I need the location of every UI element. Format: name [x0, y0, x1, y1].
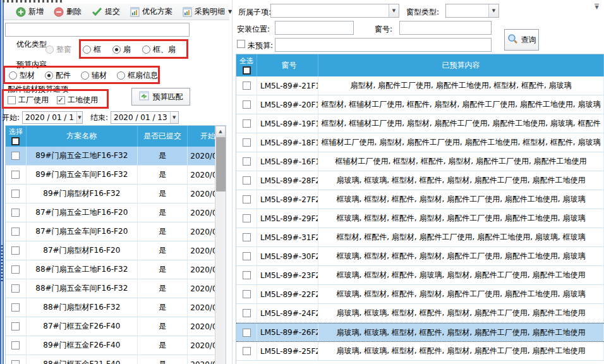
chevron-down-icon[interactable]: ▼ [76, 112, 82, 123]
checkbox-icon[interactable] [8, 96, 16, 104]
row-checkbox[interactable] [243, 119, 251, 128]
budgeted-content-column-header[interactable]: 已预算内容 [318, 54, 604, 76]
optimize-plan-button[interactable]: 优化方案 [126, 4, 176, 19]
row-checkbox[interactable] [243, 252, 251, 260]
window-budget-row[interactable]: LM5L-89#-27F25框玻璃, 框型材, 框配件, 扇型材, 扇配件工厂使… [236, 190, 604, 209]
row-checkbox[interactable] [243, 176, 251, 185]
window-budget-row[interactable]: LM5L-89#-21F19扇型材, 扇配件工厂使用, 扇配件工地使用, 框型材… [236, 76, 604, 95]
row-checkbox[interactable] [11, 284, 20, 293]
window-budget-row[interactable]: LM5L-89#-19F17框型材, 框辅材工厂使用, 扇型材, 扇配件工厂使用… [236, 114, 604, 133]
window-budget-row[interactable]: LM5L-89#-16F15框辅材工厂使用, 框型材, 框配件, 扇型材, 扇配… [236, 152, 604, 171]
row-checkbox[interactable] [243, 329, 251, 337]
row-checkbox[interactable] [11, 303, 20, 312]
radio-icon[interactable] [112, 46, 121, 54]
plan-table-row[interactable]: 88#门框五金F21-F40是2020/0 [6, 355, 226, 364]
row-checkbox[interactable] [11, 265, 20, 274]
chevron-down-icon[interactable]: ▼ [389, 4, 399, 17]
window-budget-row[interactable]: LM5L-89#-31F29框型材, 框配件, 扇型材, 扇配件工厂使用, 扇配… [236, 228, 604, 247]
row-checkbox[interactable] [243, 138, 251, 147]
budget-content-option[interactable]: 型材 [9, 70, 35, 81]
plan-table-row[interactable]: 88#门扇型材F16-F32是2020/0 [6, 298, 226, 317]
row-checkbox[interactable] [11, 190, 20, 198]
window-budget-row[interactable]: LM5L-89#-18F16框辅材工厂使用, 扇型材, 扇配件工厂使用, 扇配件… [236, 133, 604, 152]
left-dock-strip[interactable] [0, 0, 4, 364]
end-date-picker[interactable]: 2020 / 01 / 13 ▼ [111, 111, 179, 124]
add-button[interactable]: 新增 [12, 4, 47, 19]
no-budget-input[interactable] [275, 38, 492, 52]
row-checkbox[interactable] [243, 214, 251, 222]
plan-table-row[interactable]: 89#门扇五金车间F16-F32是2020/0 [6, 166, 226, 185]
window-budget-row[interactable]: LM5L-89#-28F26扇玻璃, 框玻璃, 框型材, 框配件, 扇型材, 扇… [236, 171, 604, 190]
row-checkbox[interactable] [11, 360, 20, 364]
window-budget-row[interactable]: LM5L-89#-22F20框玻璃, 框型材, 框配件, 扇型材, 扇配件工厂使… [236, 285, 604, 304]
radio-icon[interactable] [45, 71, 53, 80]
row-checkbox[interactable] [11, 228, 20, 236]
toolbar-overflow-button[interactable]: ▼ [592, 2, 601, 14]
plan-table-scrollbar[interactable]: ▲ [215, 126, 226, 364]
radio-icon[interactable] [142, 46, 150, 54]
no-budget-checkbox[interactable] [237, 40, 245, 48]
budget-content-option[interactable]: 辅材 [81, 70, 107, 81]
window-budget-row[interactable]: LM5L-89#-24F22扇玻璃, 框玻璃, 框型材, 框配件, 扇型材, 扇… [236, 304, 604, 323]
plan-table-row[interactable]: 87#门扇五金工地F16-F20是2020/0 [6, 203, 226, 222]
row-checkbox[interactable] [11, 341, 20, 349]
optimize-type-option[interactable]: 框 [83, 44, 101, 55]
radio-icon[interactable] [83, 46, 91, 54]
chevron-down-icon[interactable]: ▼ [170, 112, 179, 123]
checkbox-icon[interactable] [57, 96, 65, 104]
row-checkbox[interactable] [243, 271, 251, 279]
plan-table-row[interactable]: 89#门扇型材F16-F32是2020/0 [6, 185, 226, 203]
plan-table-row[interactable]: 89#门框五金F26-F40是2020/0 [6, 336, 226, 355]
scrollbar-thumb[interactable] [216, 137, 226, 191]
row-checkbox[interactable] [11, 322, 20, 331]
install-pos-input[interactable] [275, 21, 354, 35]
window-budget-row[interactable]: LM5L-89#-29F27框玻璃, 框型材, 框配件, 扇型材, 扇配件工厂使… [236, 209, 604, 228]
usage-option[interactable]: 工地使用 [57, 95, 98, 106]
row-checkbox[interactable] [11, 246, 20, 255]
plan-search-input[interactable] [5, 23, 190, 37]
delete-button[interactable]: 删除 [50, 4, 85, 19]
query-button[interactable]: 查询 [504, 29, 539, 51]
row-checkbox[interactable] [243, 290, 251, 298]
window-type-select[interactable]: ▼ [445, 4, 499, 18]
row-checkbox[interactable] [243, 82, 251, 90]
submit-button[interactable]: 提交 [88, 4, 124, 19]
plan-table-row[interactable]: 87#门框五金F26-F40是2020/0 [6, 317, 226, 336]
optimize-type-option[interactable]: 框、扇 [142, 44, 176, 55]
optimize-type-option[interactable]: 扇 [112, 44, 131, 55]
row-checkbox[interactable] [243, 347, 251, 355]
radio-icon[interactable] [81, 71, 89, 80]
start-date-picker[interactable]: 2020 / 01 / 1 ▼ [22, 111, 83, 124]
panel-divider[interactable] [232, 0, 233, 364]
row-checkbox[interactable] [11, 152, 20, 160]
chevron-down-icon[interactable]: ▼ [488, 4, 498, 17]
row-checkbox[interactable] [11, 171, 20, 179]
window-budget-row[interactable]: LM5L-89#-30F28框玻璃, 框型材, 框配件, 扇型材, 扇配件工厂使… [236, 247, 604, 266]
row-checkbox[interactable] [243, 195, 251, 203]
usage-option[interactable]: 工厂使用 [8, 95, 49, 106]
plan-table-row[interactable]: 89#门扇五金工地F16-F32是2020/0 [6, 147, 226, 166]
radio-icon[interactable] [9, 71, 17, 80]
row-checkbox[interactable] [243, 100, 251, 109]
dock-grip[interactable] [1, 245, 3, 283]
select-all-checkbox[interactable] [243, 66, 251, 75]
plan-submitted-column-header[interactable]: 是否已提交 [138, 126, 188, 147]
row-checkbox[interactable] [243, 233, 251, 241]
sub-item-select[interactable]: ▼ [270, 4, 399, 18]
budget-content-option[interactable]: 配件 [45, 70, 71, 81]
plan-table-row[interactable]: 88#门扇五金车间F16-F32是2020/0 [6, 279, 226, 298]
scroll-up-icon[interactable]: ▲ [215, 126, 226, 136]
radio-icon[interactable] [45, 46, 54, 54]
window-budget-row[interactable]: LM5L-89#-23F21框玻璃, 框型材, 框配件, 扇玻璃, 扇型材, 扇… [236, 266, 604, 285]
window-budget-row[interactable]: LM5L-89#-26F24扇玻璃, 框玻璃, 框型材, 框配件, 扇型材, 扇… [236, 323, 604, 342]
window-budget-row[interactable]: LM5L-89#-20F18框型材, 框辅材工厂使用, 框配件, 扇型材, 扇配… [236, 95, 604, 114]
row-checkbox[interactable] [243, 157, 251, 166]
window-no-column-header[interactable]: 窗号 [257, 54, 318, 76]
plan-table-row[interactable]: 88#门扇五金工地F16-F32是2020/0 [6, 260, 226, 279]
window-budget-row[interactable]: LM5L-89#-25F23扇玻璃, 框玻璃, 框型材, 框配件, 扇型材, 扇… [236, 342, 604, 361]
optimize-type-option[interactable]: 整窗 [45, 44, 71, 55]
plan-name-column-header[interactable]: 方案名称 [27, 126, 138, 147]
purchase-detail-button[interactable]: 采购明细 ▼ [179, 4, 236, 19]
budget-match-button[interactable]: 预算匹配 [131, 88, 190, 106]
budget-content-option[interactable]: 框扇信息 [117, 70, 158, 81]
